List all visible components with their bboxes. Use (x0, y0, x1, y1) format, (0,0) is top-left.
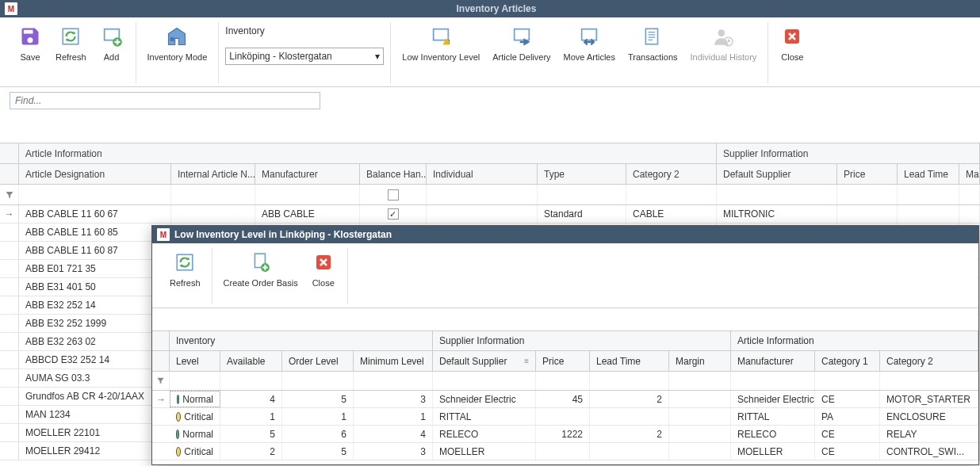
column-header-row: Article Designation Internal Article N..… (0, 164, 980, 185)
move-articles-icon (576, 24, 602, 49)
col-article-designation[interactable]: Article Designation (19, 164, 171, 184)
col-balance-handling[interactable]: Balance Han... (360, 164, 427, 184)
filter-funnel-icon[interactable] (0, 185, 19, 204)
cell-article: ABB E32 252 14 (19, 296, 171, 314)
app-logo-icon: M (157, 228, 170, 241)
popup-col-category1[interactable]: Category 1 (815, 351, 880, 371)
article-delivery-button[interactable]: Article Delivery (488, 22, 555, 83)
svg-rect-3 (170, 37, 174, 41)
cell-article: ABB E32 263 02 (19, 333, 171, 350)
cell-article: MOELLER 22101 (19, 424, 171, 441)
popup-col-available[interactable]: Available (220, 351, 282, 371)
popup-group-supplier[interactable]: Supplier Information (433, 331, 731, 350)
row-selector: → (0, 205, 19, 223)
cell-article: ABB E31 401 50 (19, 278, 171, 296)
table-row[interactable]: →ABB CABLE 11 60 67ABB CABLE✓StandardCAB… (0, 205, 980, 223)
create-order-icon (248, 250, 274, 275)
svg-rect-6 (515, 29, 530, 40)
col-type[interactable]: Type (538, 164, 626, 184)
row-selector (0, 424, 19, 441)
save-button[interactable]: Save (13, 22, 48, 83)
row-selector (0, 223, 19, 241)
col-price[interactable]: Price (837, 164, 898, 184)
col-internal-article[interactable]: Internal Article N... (171, 164, 255, 184)
popup-col-manufacturer[interactable]: Manufacturer (731, 351, 815, 371)
refresh-icon (172, 250, 197, 275)
col-manufacturer[interactable]: Manufacturer (255, 164, 360, 184)
group-supplier-info[interactable]: Supplier Information (717, 143, 980, 163)
row-selector (0, 369, 19, 387)
find-input[interactable] (10, 92, 320, 109)
refresh-icon (58, 24, 83, 49)
sort-indicator-icon: ≡ (524, 357, 529, 365)
cell-level: Critical (170, 408, 220, 425)
popup-col-margin[interactable]: Margin (669, 351, 731, 371)
cell-level: Critical (170, 443, 220, 460)
low-inventory-icon: ! (428, 24, 454, 49)
add-button[interactable]: Add (94, 22, 129, 83)
filter-row (0, 185, 980, 205)
popup-title-bar: M Low Inventory Level in Linköping - Klo… (152, 226, 978, 243)
svg-point-9 (718, 29, 725, 36)
popup-col-order-level[interactable]: Order Level (282, 351, 354, 371)
cell-article: ABB CABLE 11 60 67 (19, 205, 171, 223)
cell-article: ABB E32 252 1999 (19, 315, 171, 332)
col-margin[interactable]: Marg (959, 164, 980, 184)
popup-group-inventory[interactable]: Inventory (170, 331, 433, 350)
group-article-info[interactable]: Article Information (19, 143, 717, 163)
svg-text:!: ! (449, 39, 450, 44)
popup-col-level[interactable]: Level (170, 351, 220, 371)
close-icon (311, 250, 336, 275)
col-lead-time[interactable]: Lead Time (898, 164, 959, 184)
table-row[interactable]: Critical111RITTALRITTALPAENCLOSURE (152, 408, 978, 426)
transactions-button[interactable]: Transactions (623, 22, 683, 83)
table-row[interactable]: Normal564RELECO12222RELECOCERELAY (152, 426, 978, 443)
individual-history-icon (710, 24, 736, 49)
popup-filter-row (152, 372, 978, 391)
inventory-label: Inventory (225, 25, 384, 36)
inventory-select[interactable]: Linköping - Klostergatan ▾ (225, 48, 384, 65)
popup-title: Low Inventory Level in Linköping - Klost… (174, 229, 392, 240)
row-selector (0, 388, 19, 405)
popup-group-article[interactable]: Article Information (731, 331, 978, 350)
cell-article: MAN 1234 (19, 406, 171, 423)
row-selector (0, 351, 19, 369)
row-selector (0, 260, 19, 277)
table-row[interactable]: →Normal453Schneider Electric452Schneider… (152, 391, 978, 408)
create-order-basis-button[interactable]: Create Order Basis (219, 248, 303, 304)
article-delivery-icon (509, 24, 534, 49)
popup-col-header: Level Available Order Level Minimum Leve… (152, 351, 978, 372)
col-individual[interactable]: Individual (427, 164, 538, 184)
close-button[interactable]: Close (775, 22, 810, 83)
row-selector (0, 278, 19, 296)
add-icon (99, 24, 124, 49)
col-default-supplier[interactable]: Default Supplier (717, 164, 837, 184)
popup-col-default-supplier[interactable]: Default Supplier≡ (433, 351, 536, 371)
filter-funnel-icon[interactable] (152, 372, 170, 390)
cell-article: ABB E01 721 35 (19, 260, 171, 277)
row-selector (0, 296, 19, 314)
popup-col-category2[interactable]: Category 2 (880, 351, 978, 371)
inventory-mode-button[interactable]: Inventory Mode (143, 22, 212, 83)
app-logo-icon: M (5, 2, 17, 15)
balance-filter-checkbox[interactable] (388, 189, 399, 201)
popup-col-lead-time[interactable]: Lead Time (590, 351, 669, 371)
row-selector (152, 408, 170, 425)
svg-rect-12 (178, 254, 193, 270)
popup-refresh-button[interactable]: Refresh (165, 248, 205, 304)
chevron-down-icon: ▾ (375, 51, 380, 62)
cell-article: ABB CABLE 11 60 87 (19, 242, 171, 259)
table-row[interactable]: Critical253MOELLERMOELLERCECONTROL_SWI..… (152, 443, 978, 460)
svg-rect-4 (434, 29, 449, 40)
col-category2[interactable]: Category 2 (626, 164, 717, 184)
close-icon (779, 24, 805, 49)
group-header-row: Article Information Supplier Information (0, 143, 980, 164)
low-inventory-button[interactable]: ! Low Inventory Level (397, 22, 484, 83)
refresh-button[interactable]: Refresh (51, 22, 91, 83)
transactions-icon (640, 24, 665, 49)
move-articles-button[interactable]: Move Articles (559, 22, 620, 83)
row-selector (0, 442, 19, 460)
popup-close-button[interactable]: Close (306, 248, 341, 304)
popup-col-min-level[interactable]: Minimum Level (354, 351, 433, 371)
popup-col-price[interactable]: Price (536, 351, 590, 371)
